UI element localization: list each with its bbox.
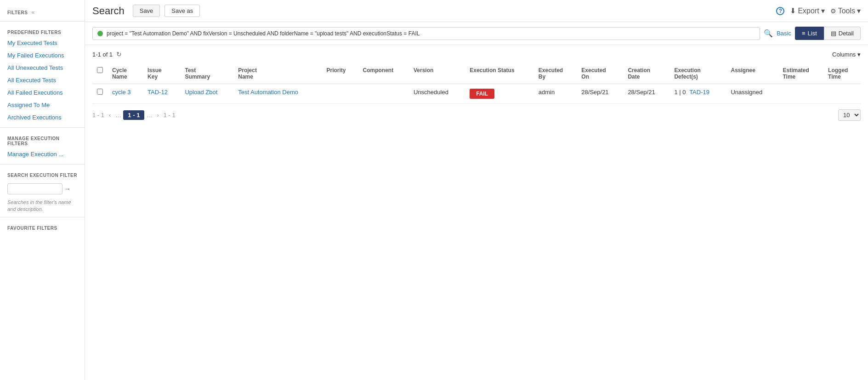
fail-status-badge: FAIL — [470, 89, 494, 99]
test-summary-link[interactable]: Upload Zbot — [185, 89, 217, 96]
cell-issue-key: TAD-12 — [143, 84, 180, 104]
row-checkbox-cell — [92, 84, 108, 104]
current-page[interactable]: 1 - 1 — [123, 110, 144, 120]
help-icon: ? — [776, 7, 784, 15]
select-all-checkbox[interactable] — [97, 67, 103, 73]
content-area: 1-1 of 1 ↻ Columns ▾ CycleName IssueKey … — [85, 45, 868, 380]
query-text: project = "Test Automation Demo" AND fix… — [107, 30, 420, 37]
header: Search Save Save as ? ⬇ Export ▾ ⚙ Tools… — [85, 0, 868, 22]
manage-execution-link[interactable]: Manage Execution ... — [0, 148, 85, 160]
detail-view-btn[interactable]: ▤ Detail — [824, 27, 861, 40]
cell-creation-date: 28/Sep/21 — [623, 84, 669, 104]
col-logged-time: LoggedTime — [823, 63, 861, 84]
cell-estimated-time — [778, 84, 824, 104]
col-assignee: Assignee — [726, 63, 778, 84]
cell-test-summary: Upload Zbot — [180, 84, 233, 104]
sidebar-item-all-unexecuted[interactable]: All Unexecuted Tests — [0, 62, 85, 74]
export-chevron-icon: ▾ — [821, 6, 825, 15]
sidebar-item-archived[interactable]: Archived Executions — [0, 111, 85, 124]
favourite-filters-title: FAVOURITE FILTERS — [0, 221, 85, 233]
cell-execution-status: FAIL — [465, 84, 534, 104]
cell-logged-time — [823, 84, 861, 104]
query-status-dot — [97, 31, 103, 36]
per-page-select[interactable]: 10 25 50 — [838, 109, 861, 121]
prev-page-btn[interactable]: ‹ — [106, 111, 113, 119]
search-filter-hint: Searches in the filter's name and descri… — [0, 199, 85, 213]
save-as-button[interactable]: Save as — [165, 5, 200, 17]
project-name-link[interactable]: Test Automation Demo — [238, 89, 298, 96]
col-version: Version — [409, 63, 465, 84]
tools-button[interactable]: ⚙ Tools ▾ — [830, 6, 861, 15]
tools-icon: ⚙ — [830, 7, 836, 15]
collapse-sidebar-btn[interactable]: « — [28, 9, 38, 16]
search-submit-btn[interactable]: 🔍 — [764, 29, 773, 38]
col-executed-by: ExecutedBy — [534, 63, 577, 84]
view-toggle: ≡ List ▤ Detail — [795, 27, 861, 40]
export-icon: ⬇ — [790, 6, 796, 15]
sidebar-item-my-failed[interactable]: My Failed Executions — [0, 49, 85, 62]
export-button[interactable]: ⬇ Export ▾ — [790, 6, 824, 15]
cell-version: Unscheduled — [409, 84, 465, 104]
col-cycle-name: CycleName — [108, 63, 143, 84]
cell-executed-by: admin — [534, 84, 577, 104]
main-area: Search Save Save as ? ⬇ Export ▾ ⚙ Tools… — [85, 0, 868, 380]
basic-link[interactable]: Basic — [777, 30, 791, 37]
sidebar-item-my-executed[interactable]: My Executed Tests — [0, 37, 85, 49]
list-icon: ≡ — [802, 30, 806, 37]
cell-assignee: Unassigned — [726, 84, 778, 104]
sidebar-item-assigned-to-me[interactable]: Assigned To Me — [0, 99, 85, 111]
next-page-btn[interactable]: › — [154, 111, 161, 119]
filters-title: FILTERS — [7, 10, 28, 15]
table-row: cycle 3 TAD-12 Upload Zbot Test Automati… — [92, 84, 861, 104]
pagination: 1 - 1 ‹ … 1 - 1 … › 1 - 1 10 25 50 — [92, 104, 861, 126]
help-button[interactable]: ? — [776, 7, 784, 15]
search-filter-title: SEARCH EXECUTION FILTER — [0, 168, 85, 180]
cell-component — [358, 84, 409, 104]
col-creation-date: CreationDate — [623, 63, 669, 84]
table-header-row: CycleName IssueKey TestSummary ProjectNa… — [92, 63, 861, 84]
sidebar-item-all-failed[interactable]: All Failed Executions — [0, 86, 85, 99]
col-component: Component — [358, 63, 409, 84]
page-range-end: 1 - 1 — [164, 112, 176, 119]
col-execution-defects: ExecutionDefect(s) — [669, 63, 726, 84]
cell-defects: 1 | 0 TAD-19 — [669, 84, 726, 104]
results-count: 1-1 of 1 — [92, 51, 113, 58]
columns-button[interactable]: Columns ▾ — [832, 51, 861, 58]
manage-filters-title: MANAGE EXECUTION FILTERS — [0, 131, 85, 148]
refresh-icon[interactable]: ↻ — [116, 51, 122, 58]
col-estimated-time: EstimatedTime — [778, 63, 824, 84]
cell-priority — [322, 84, 358, 104]
col-priority: Priority — [322, 63, 358, 84]
search-filter-input[interactable] — [7, 183, 62, 194]
cell-project-name: Test Automation Demo — [233, 84, 322, 104]
search-filter-submit-btn[interactable]: → — [64, 185, 71, 193]
page-title: Search — [92, 5, 125, 17]
results-table: CycleName IssueKey TestSummary ProjectNa… — [92, 63, 861, 104]
select-all-col — [92, 63, 108, 84]
search-bar: project = "Test Automation Demo" AND fix… — [85, 22, 868, 45]
col-test-summary: TestSummary — [180, 63, 233, 84]
results-info: 1-1 of 1 ↻ Columns ▾ — [92, 51, 861, 58]
search-query-field[interactable]: project = "Test Automation Demo" AND fix… — [92, 27, 760, 40]
col-executed-on: ExecutedOn — [577, 63, 623, 84]
tools-chevron-icon: ▾ — [857, 6, 861, 15]
col-project-name: ProjectName — [233, 63, 322, 84]
list-view-btn[interactable]: ≡ List — [795, 27, 824, 40]
defect-count: 1 | 0 — [674, 89, 686, 96]
page-range-start: 1 - 1 — [92, 112, 104, 119]
row-checkbox[interactable] — [97, 89, 103, 95]
predefined-filters-title: PREDEFINED FILTERS — [0, 25, 85, 37]
sidebar-item-all-executed[interactable]: All Executed Tests — [0, 74, 85, 86]
col-execution-status: Execution Status — [465, 63, 534, 84]
detail-icon: ▤ — [831, 30, 836, 37]
per-page-selector: 10 25 50 — [838, 109, 861, 121]
issue-key-link[interactable]: TAD-12 — [148, 89, 168, 96]
sidebar: FILTERS « PREDEFINED FILTERS My Executed… — [0, 0, 85, 380]
search-icon: 🔍 — [764, 29, 773, 37]
col-issue-key: IssueKey — [143, 63, 180, 84]
save-button[interactable]: Save — [133, 5, 160, 17]
cycle-name-link[interactable]: cycle 3 — [112, 89, 130, 96]
defect-link[interactable]: TAD-19 — [689, 89, 709, 96]
cell-executed-on: 28/Sep/21 — [577, 84, 623, 104]
cell-cycle-name: cycle 3 — [108, 84, 143, 104]
